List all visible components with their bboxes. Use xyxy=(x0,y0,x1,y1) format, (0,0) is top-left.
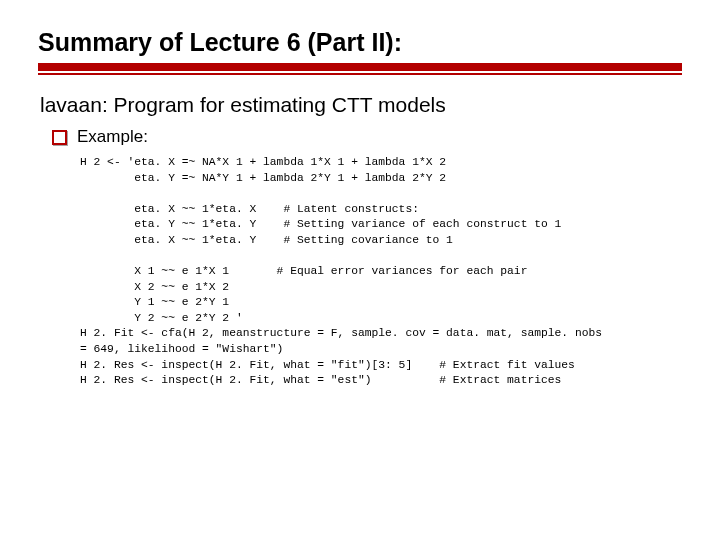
slide-title: Summary of Lecture 6 (Part II): xyxy=(38,28,682,57)
title-rule-thick xyxy=(38,63,682,71)
bullet-item: Example: xyxy=(52,127,682,147)
bullet-label: Example: xyxy=(77,127,148,147)
code-block: H 2 <- 'eta. X =~ NA*X 1 + lambda 1*X 1 … xyxy=(80,155,682,389)
slide-subtitle: lavaan: Program for estimating CTT model… xyxy=(40,93,682,117)
slide: Summary of Lecture 6 (Part II): lavaan: … xyxy=(0,0,720,389)
title-rule-thin xyxy=(38,73,682,75)
bullet-square-icon xyxy=(52,130,67,145)
